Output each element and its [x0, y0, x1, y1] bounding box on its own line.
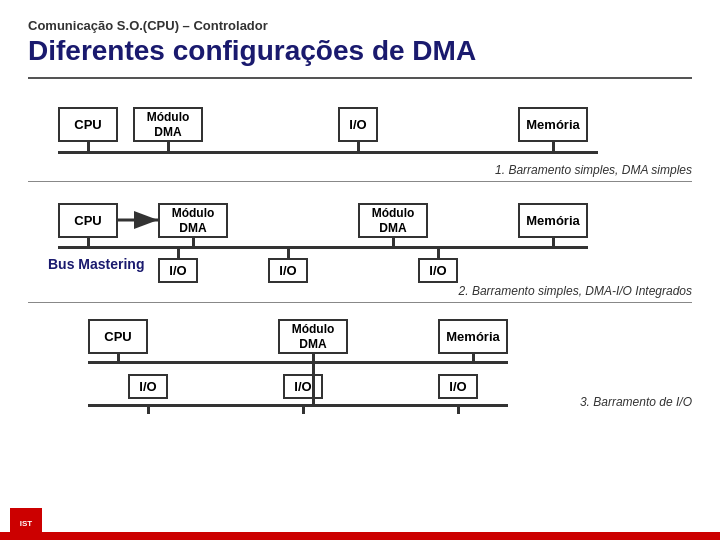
subtitle: Comunicação S.O.(CPU) – Controlador: [28, 18, 692, 33]
d3-bus-top: [88, 361, 508, 364]
d2-arrow: [116, 210, 166, 230]
bottom-bar: [0, 532, 720, 540]
d2-dma2-box: MóduloDMA: [358, 203, 428, 238]
d2-mem-box: Memória: [518, 203, 588, 238]
d2-io1-box: I/O: [158, 258, 198, 283]
svg-text:IST: IST: [20, 519, 33, 528]
bus-mastering-label: Bus Mastering: [48, 256, 144, 272]
d2-v1: [87, 238, 90, 247]
diagram2-section: CPU MóduloDMA MóduloDMA Memória I/O I/O …: [28, 188, 692, 303]
d2-caption: 2. Barramento simples, DMA-I/O Integrado…: [459, 284, 692, 298]
main-divider: [28, 77, 692, 79]
d3-v3c: [457, 404, 460, 414]
d2-cpu-box: CPU: [58, 203, 118, 238]
d3-caption: 3. Barramento de I/O: [580, 395, 692, 409]
d1-v3: [357, 142, 360, 152]
d3-v3t: [472, 354, 475, 362]
d1-v1: [87, 142, 90, 152]
d2-vio3: [437, 246, 440, 259]
d2-bus-top: [58, 246, 588, 249]
slide: Comunicação S.O.(CPU) – Controlador Dife…: [0, 0, 720, 540]
d3-mem-box: Memória: [438, 319, 508, 354]
d3-v2c: [302, 404, 305, 414]
d2-vio1: [177, 246, 180, 259]
d1-divider: [28, 181, 692, 182]
d1-io1-box: I/O: [338, 107, 378, 142]
diagram3: CPU MóduloDMA Memória I/O I/O I/O 3. Bar…: [28, 309, 692, 409]
d1-bus-line: [58, 151, 598, 154]
d1-v4: [552, 142, 555, 152]
d2-io2-box: I/O: [268, 258, 308, 283]
d1-mem-box: Memória: [518, 107, 588, 142]
d3-bus-bot: [88, 404, 508, 407]
d1-caption: 1. Barramento simples, DMA simples: [495, 163, 692, 177]
d3-io1-box: I/O: [128, 374, 168, 399]
diagram1-section: CPU MóduloDMA I/O Memória 1. Barramento …: [28, 87, 692, 182]
d3-cpu-box: CPU: [88, 319, 148, 354]
d3-dma-box: MóduloDMA: [278, 319, 348, 354]
d2-v2: [192, 238, 195, 247]
d2-divider: [28, 302, 692, 303]
d2-io3-box: I/O: [418, 258, 458, 283]
d1-cpu-box: CPU: [58, 107, 118, 142]
logo-icon: IST: [12, 511, 40, 533]
d3-v1t: [117, 354, 120, 362]
d1-dma-box: MóduloDMA: [133, 107, 203, 142]
d3-center-vert: [312, 361, 315, 404]
d2-v3: [392, 238, 395, 247]
diagram2: CPU MóduloDMA MóduloDMA Memória I/O I/O …: [28, 188, 692, 298]
d2-vio2: [287, 246, 290, 259]
d3-io2-box: I/O: [283, 374, 323, 399]
d2-dma1-box: MóduloDMA: [158, 203, 228, 238]
d3-v1c: [147, 404, 150, 414]
d3-io3-box: I/O: [438, 374, 478, 399]
title: Diferentes configurações de DMA: [28, 35, 692, 67]
diagram1: CPU MóduloDMA I/O Memória 1. Barramento …: [28, 87, 692, 177]
d1-v2: [167, 142, 170, 152]
diagram3-section: CPU MóduloDMA Memória I/O I/O I/O 3. Bar…: [28, 309, 692, 409]
d2-v4: [552, 238, 555, 247]
